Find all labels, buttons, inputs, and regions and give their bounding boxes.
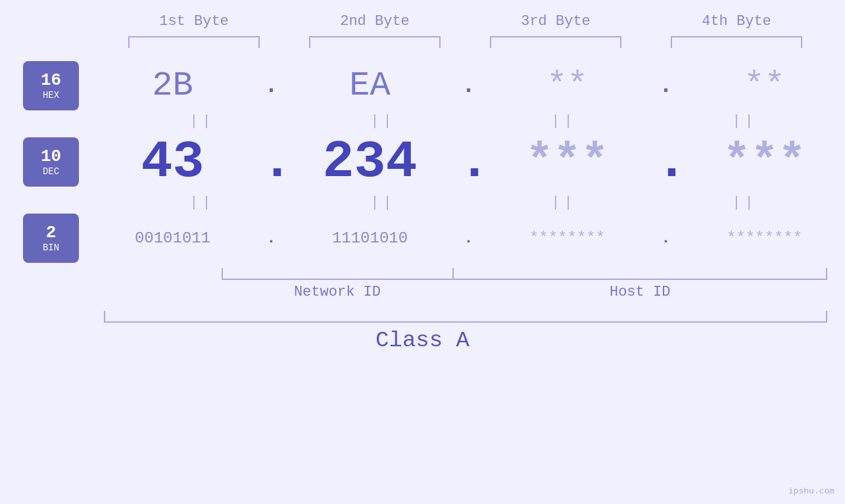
network-bracket (222, 268, 454, 280)
sep7: || (492, 195, 637, 211)
class-label: Class A (375, 328, 470, 353)
dec-dot1: . (262, 132, 281, 192)
byte3-header: 3rd Byte (483, 13, 628, 30)
host-id-label: Host ID (453, 284, 827, 300)
dec-byte2: 234 (298, 132, 443, 192)
bin-dot1: . (262, 229, 281, 247)
hex-b2-value: EA (349, 66, 390, 105)
dec-badge: 10 DEC (23, 137, 79, 187)
bracket-byte1 (128, 36, 260, 48)
watermark: ipshu.com (788, 486, 834, 496)
sep1: || (130, 113, 275, 129)
bin-byte4: ******** (692, 229, 837, 247)
bin-b1-value: 00101011 (135, 229, 210, 247)
hex-badge-number: 16 (41, 71, 61, 90)
sep-row-2: || || || || (112, 195, 835, 211)
hex-b1-value: 2B (152, 66, 193, 105)
main-container: 1st Byte 2nd Byte 3rd Byte 4th Byte 16 H… (0, 0, 845, 504)
dec-b4-value: *** (723, 136, 806, 188)
bin-byte1: 00101011 (101, 229, 245, 247)
dec-dot2: . (459, 132, 479, 192)
bin-badge: 2 BIN (23, 214, 79, 263)
dec-b1-value: 43 (141, 132, 204, 192)
class-label-row: Class A (0, 328, 845, 353)
network-id-label: Network ID (222, 284, 453, 300)
top-brackets (104, 36, 827, 48)
bin-dot2: . (459, 229, 479, 247)
id-labels: Network ID Host ID (104, 284, 827, 300)
sep2: || (311, 113, 456, 129)
hex-b4-value: ** (744, 66, 785, 105)
dec-byte4: *** (692, 136, 837, 188)
dec-dot3: . (656, 132, 676, 192)
dec-row: 10 DEC 43 . 234 . *** . *** (0, 132, 845, 192)
hex-dot3: . (656, 72, 676, 99)
byte2-header: 2nd Byte (302, 13, 447, 30)
bracket-byte4 (671, 36, 802, 48)
bin-byte3: ******** (495, 229, 640, 247)
sep4: || (673, 113, 817, 129)
sep3: || (492, 113, 637, 129)
hex-dot2: . (459, 72, 479, 99)
dec-byte1: 43 (101, 132, 245, 192)
sep6: || (311, 195, 456, 211)
bin-badge-label: BIN (43, 242, 59, 253)
class-bracket-container (104, 311, 827, 323)
bin-dot3: . (656, 229, 676, 247)
bottom-brackets (104, 268, 827, 280)
sep5: || (130, 195, 275, 211)
dec-byte3: *** (495, 136, 640, 188)
host-bracket (452, 268, 827, 280)
class-bracket (104, 311, 827, 323)
sep8: || (673, 195, 817, 211)
hex-row: 16 HEX 2B . EA . ** . ** (0, 61, 845, 110)
hex-b3-value: ** (546, 66, 587, 105)
bin-values: 00101011 . 11101010 . ******** . *******… (92, 229, 845, 247)
dec-b2-value: 234 (322, 132, 417, 192)
byte-headers: 1st Byte 2nd Byte 3rd Byte 4th Byte (104, 13, 827, 30)
bin-b3-value: ******** (529, 229, 605, 247)
bracket-byte2 (309, 36, 441, 48)
hex-byte1: 2B (101, 66, 245, 105)
dec-b3-value: *** (525, 136, 608, 188)
dec-values: 43 . 234 . *** . *** (92, 132, 845, 192)
bin-badge-number: 2 (46, 223, 57, 242)
sep-row-1: || || || || (112, 113, 835, 129)
hex-badge-label: HEX (43, 90, 59, 101)
hex-values: 2B . EA . ** . ** (92, 66, 845, 105)
byte4-header: 4th Byte (664, 13, 809, 30)
byte1-header: 1st Byte (122, 13, 266, 30)
hex-byte4: ** (692, 66, 837, 105)
hex-byte2: EA (298, 66, 443, 105)
bin-byte2: 11101010 (298, 229, 443, 247)
hex-dot1: . (262, 72, 281, 99)
dec-badge-label: DEC (43, 166, 59, 177)
bracket-byte3 (490, 36, 621, 48)
bin-row: 2 BIN 00101011 . 11101010 . ******** . *… (0, 214, 845, 263)
bin-b4-value: ******** (727, 229, 802, 247)
hex-badge: 16 HEX (23, 61, 79, 110)
bin-b2-value: 11101010 (332, 229, 408, 247)
dec-badge-number: 10 (41, 147, 61, 166)
hex-byte3: ** (495, 66, 640, 105)
